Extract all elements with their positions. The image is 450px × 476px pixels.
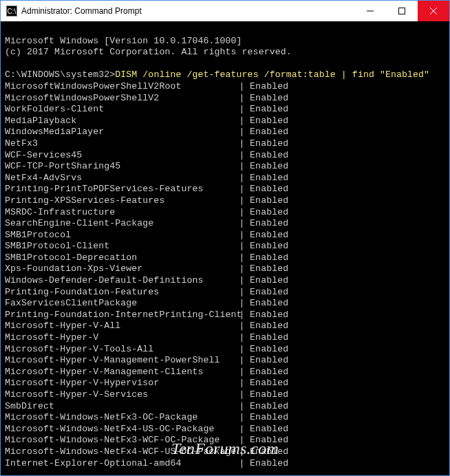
separator: | — [233, 298, 250, 310]
separator: | — [233, 218, 250, 230]
feature-row: MicrosoftWindowsPowerShellV2Root | Enabl… — [5, 81, 445, 93]
feature-row: SearchEngine-Client-Package | Enabled — [5, 218, 445, 230]
feature-name: Printing-Foundation-Features — [5, 287, 233, 299]
feature-row: SMB1Protocol-Client | Enabled — [5, 241, 445, 252]
feature-row: NetFx4-AdvSrvs | Enabled — [5, 173, 445, 184]
feature-name: Internet-Explorer-Optional-amd64 — [5, 458, 233, 470]
separator: | — [233, 161, 250, 173]
titlebar[interactable]: C:\ Administrator: Command Prompt — [1, 1, 449, 21]
feature-name: SearchEngine-Client-Package — [5, 218, 233, 230]
feature-status: Enabled — [250, 263, 288, 275]
feature-name: Microsoft-Hyper-V-Hypervisor — [5, 378, 233, 389]
feature-status: Enabled — [250, 332, 288, 344]
feature-row: WCF-Services45 | Enabled — [5, 150, 445, 162]
separator: | — [233, 93, 250, 105]
separator: | — [233, 355, 250, 367]
separator: | — [233, 424, 250, 435]
feature-name: Microsoft-Windows-NetFx4-US-OC-Package — [5, 424, 233, 435]
header-line-2: (c) 2017 Microsoft Corporation. All righ… — [5, 47, 292, 57]
separator: | — [233, 252, 250, 264]
feature-list: MicrosoftWindowsPowerShellV2Root | Enabl… — [5, 81, 445, 469]
feature-row: MicrosoftWindowsPowerShellV2 | Enabled — [5, 93, 445, 105]
feature-name: NetFx4-AdvSrvs — [5, 173, 233, 184]
maximize-button[interactable] — [386, 1, 418, 21]
separator: | — [233, 287, 250, 299]
separator: | — [233, 230, 250, 241]
separator: | — [233, 458, 250, 470]
feature-name: WCF-TCP-PortSharing45 — [5, 161, 233, 173]
separator: | — [233, 332, 250, 344]
svg-rect-1 — [399, 8, 405, 14]
feature-row: Windows-Defender-Default-Definitions | E… — [5, 275, 445, 287]
feature-status: Enabled — [250, 298, 288, 310]
command-text: DISM /online /get-features /format:table… — [115, 69, 429, 80]
separator: | — [233, 401, 250, 413]
feature-status: Enabled — [250, 195, 288, 207]
feature-row: Printing-XPSServices-Features | Enabled — [5, 195, 445, 207]
feature-row: Microsoft-Windows-NetFx3-OC-Package | En… — [5, 412, 445, 424]
separator: | — [233, 81, 250, 93]
feature-row: Printing-PrintToPDFServices-Features | E… — [5, 184, 445, 195]
feature-row: WCF-TCP-PortSharing45 | Enabled — [5, 161, 445, 173]
command-prompt-window: C:\ Administrator: Command Prompt Micros… — [0, 0, 450, 476]
feature-status: Enabled — [250, 355, 288, 367]
close-button[interactable] — [418, 1, 449, 21]
feature-name: Microsoft-Hyper-V-Management-PowerShell — [5, 355, 233, 367]
feature-status: Enabled — [250, 389, 288, 401]
separator: | — [233, 104, 250, 116]
feature-status: Enabled — [250, 150, 288, 162]
feature-status: Enabled — [250, 321, 288, 332]
feature-name: FaxServicesClientPackage — [5, 298, 233, 310]
feature-status: Enabled — [250, 173, 288, 184]
feature-row: Microsoft-Hyper-V | Enabled — [5, 332, 445, 344]
feature-row: Microsoft-Windows-NetFx4-US-OC-Package |… — [5, 424, 445, 435]
feature-row: Printing-Foundation-InternetPrinting-Cli… — [5, 310, 445, 321]
feature-row: Microsoft-Hyper-V-Tools-All | Enabled — [5, 344, 445, 356]
feature-status: Enabled — [250, 116, 288, 127]
feature-name: Microsoft-Hyper-V — [5, 332, 233, 344]
feature-row: Microsoft-Hyper-V-Management-Clients | E… — [5, 367, 445, 378]
minimize-icon — [367, 8, 374, 14]
feature-name: MicrosoftWindowsPowerShellV2Root — [5, 81, 233, 93]
feature-row: Xps-Foundation-Xps-Viewer | Enabled — [5, 263, 445, 275]
feature-status: Enabled — [250, 230, 288, 241]
app-icon: C:\ — [6, 6, 17, 17]
feature-status: Enabled — [250, 344, 288, 356]
feature-status: Enabled — [250, 446, 288, 458]
feature-name: Microsoft-Windows-NetFx4-WCF-US-OC-Packa… — [5, 446, 233, 458]
separator: | — [233, 173, 250, 184]
window-title: Administrator: Command Prompt — [21, 6, 354, 16]
feature-status: Enabled — [250, 207, 288, 219]
feature-status: Enabled — [250, 378, 288, 389]
feature-status: Enabled — [250, 81, 288, 93]
feature-row: Microsoft-Hyper-V-Services | Enabled — [5, 389, 445, 401]
feature-row: Printing-Foundation-Features | Enabled — [5, 287, 445, 299]
feature-status: Enabled — [250, 424, 288, 435]
feature-name: WorkFolders-Client — [5, 104, 233, 116]
feature-row: SMB1Protocol-Deprecation | Enabled — [5, 252, 445, 264]
feature-name: WCF-Services45 — [5, 150, 233, 162]
maximize-icon — [398, 8, 405, 14]
feature-name: WindowsMediaPlayer — [5, 127, 233, 138]
feature-status: Enabled — [250, 458, 288, 470]
feature-name: Microsoft-Windows-NetFx3-WCF-OC-Package — [5, 435, 233, 446]
separator: | — [233, 207, 250, 219]
feature-name: MSRDC-Infrastructure — [5, 207, 233, 219]
window-controls — [354, 1, 449, 21]
feature-status: Enabled — [250, 104, 288, 116]
feature-status: Enabled — [250, 138, 288, 150]
prompt: C:\WINDOWS\system32> — [5, 69, 115, 80]
separator: | — [233, 435, 250, 446]
separator: | — [233, 367, 250, 378]
separator: | — [233, 138, 250, 150]
feature-name: Xps-Foundation-Xps-Viewer — [5, 263, 233, 275]
terminal-output[interactable]: Microsoft Windows [Version 10.0.17046.10… — [1, 21, 449, 475]
separator: | — [233, 195, 250, 207]
feature-status: Enabled — [250, 287, 288, 299]
separator: | — [233, 116, 250, 127]
feature-row: WindowsMediaPlayer | Enabled — [5, 127, 445, 138]
feature-row: Microsoft-Windows-NetFx3-WCF-OC-Package … — [5, 435, 445, 446]
feature-status: Enabled — [250, 184, 288, 195]
separator: | — [233, 378, 250, 389]
minimize-button[interactable] — [354, 1, 386, 21]
